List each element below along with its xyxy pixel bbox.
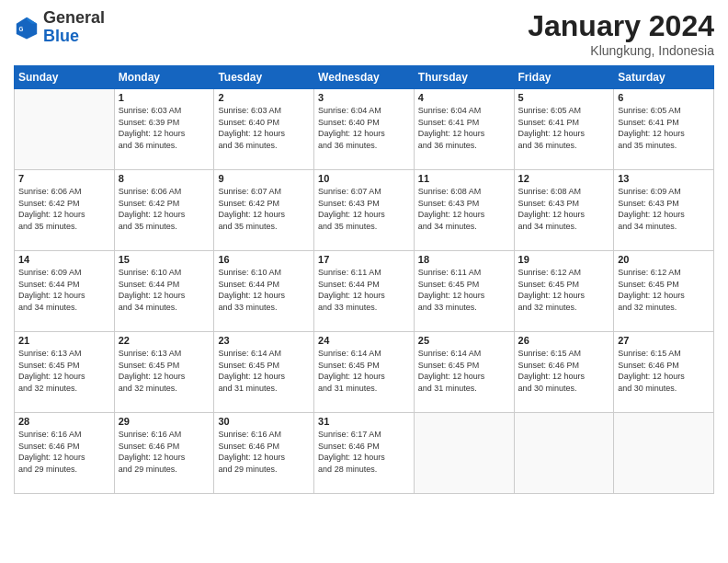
weekday-header-friday: Friday xyxy=(514,66,614,89)
weekday-header-tuesday: Tuesday xyxy=(214,66,314,89)
logo-blue: Blue xyxy=(43,28,105,46)
day-info: Sunrise: 6:17 AMSunset: 6:46 PMDaylight:… xyxy=(318,429,410,475)
calendar-cell: 16Sunrise: 6:10 AMSunset: 6:44 PMDayligh… xyxy=(214,251,314,332)
day-number: 20 xyxy=(618,254,710,265)
day-number: 30 xyxy=(218,416,310,427)
calendar-cell: 5Sunrise: 6:05 AMSunset: 6:41 PMDaylight… xyxy=(514,89,614,170)
day-number: 17 xyxy=(318,254,410,265)
calendar-cell: 31Sunrise: 6:17 AMSunset: 6:46 PMDayligh… xyxy=(314,413,415,494)
calendar-cell: 15Sunrise: 6:10 AMSunset: 6:44 PMDayligh… xyxy=(114,251,214,332)
day-number: 6 xyxy=(618,92,710,103)
day-info: Sunrise: 6:04 AMSunset: 6:41 PMDaylight:… xyxy=(418,105,510,151)
day-number: 31 xyxy=(318,416,410,427)
location: Klungkung, Indonesia xyxy=(528,43,714,58)
day-number: 27 xyxy=(618,335,710,346)
calendar: SundayMondayTuesdayWednesdayThursdayFrid… xyxy=(14,65,714,494)
day-info: Sunrise: 6:15 AMSunset: 6:46 PMDaylight:… xyxy=(518,348,610,394)
calendar-cell: 27Sunrise: 6:15 AMSunset: 6:46 PMDayligh… xyxy=(614,332,714,413)
page: G General Blue January 2024 Klungkung, I… xyxy=(0,0,728,563)
calendar-body: 1Sunrise: 6:03 AMSunset: 6:39 PMDaylight… xyxy=(15,89,714,494)
calendar-cell: 26Sunrise: 6:15 AMSunset: 6:46 PMDayligh… xyxy=(514,332,614,413)
week-row-4: 21Sunrise: 6:13 AMSunset: 6:45 PMDayligh… xyxy=(15,332,714,413)
calendar-cell: 8Sunrise: 6:06 AMSunset: 6:42 PMDaylight… xyxy=(114,170,214,251)
day-number: 14 xyxy=(18,254,110,265)
day-info: Sunrise: 6:14 AMSunset: 6:45 PMDaylight:… xyxy=(218,348,310,394)
calendar-cell: 14Sunrise: 6:09 AMSunset: 6:44 PMDayligh… xyxy=(15,251,115,332)
day-info: Sunrise: 6:12 AMSunset: 6:45 PMDaylight:… xyxy=(518,267,610,313)
day-info: Sunrise: 6:11 AMSunset: 6:45 PMDaylight:… xyxy=(418,267,510,313)
weekday-header-thursday: Thursday xyxy=(414,66,514,89)
logo-general: General xyxy=(43,9,105,28)
day-number: 13 xyxy=(618,173,710,184)
day-number: 8 xyxy=(119,173,210,184)
day-info: Sunrise: 6:16 AMSunset: 6:46 PMDaylight:… xyxy=(218,429,310,475)
day-number: 28 xyxy=(18,416,110,427)
day-info: Sunrise: 6:09 AMSunset: 6:44 PMDaylight:… xyxy=(18,267,110,313)
day-info: Sunrise: 6:07 AMSunset: 6:42 PMDaylight:… xyxy=(218,186,310,232)
calendar-cell xyxy=(15,89,115,170)
weekday-header-saturday: Saturday xyxy=(614,66,714,89)
day-info: Sunrise: 6:11 AMSunset: 6:44 PMDaylight:… xyxy=(318,267,410,313)
calendar-cell: 20Sunrise: 6:12 AMSunset: 6:45 PMDayligh… xyxy=(614,251,714,332)
calendar-cell: 21Sunrise: 6:13 AMSunset: 6:45 PMDayligh… xyxy=(15,332,115,413)
day-info: Sunrise: 6:05 AMSunset: 6:41 PMDaylight:… xyxy=(518,105,610,151)
day-info: Sunrise: 6:03 AMSunset: 6:40 PMDaylight:… xyxy=(218,105,310,151)
day-info: Sunrise: 6:04 AMSunset: 6:40 PMDaylight:… xyxy=(318,105,410,151)
week-row-5: 28Sunrise: 6:16 AMSunset: 6:46 PMDayligh… xyxy=(15,413,714,494)
calendar-cell: 17Sunrise: 6:11 AMSunset: 6:44 PMDayligh… xyxy=(314,251,415,332)
day-number: 3 xyxy=(318,92,410,103)
day-info: Sunrise: 6:06 AMSunset: 6:42 PMDaylight:… xyxy=(119,186,210,232)
day-number: 2 xyxy=(218,92,310,103)
week-row-2: 7Sunrise: 6:06 AMSunset: 6:42 PMDaylight… xyxy=(15,170,714,251)
day-info: Sunrise: 6:10 AMSunset: 6:44 PMDaylight:… xyxy=(218,267,310,313)
day-number: 5 xyxy=(518,92,610,103)
day-number: 19 xyxy=(518,254,610,265)
calendar-cell: 30Sunrise: 6:16 AMSunset: 6:46 PMDayligh… xyxy=(214,413,314,494)
calendar-cell: 1Sunrise: 6:03 AMSunset: 6:39 PMDaylight… xyxy=(114,89,214,170)
week-row-1: 1Sunrise: 6:03 AMSunset: 6:39 PMDaylight… xyxy=(15,89,714,170)
day-info: Sunrise: 6:16 AMSunset: 6:46 PMDaylight:… xyxy=(18,429,110,475)
day-number: 16 xyxy=(218,254,310,265)
day-info: Sunrise: 6:06 AMSunset: 6:42 PMDaylight:… xyxy=(18,186,110,232)
day-info: Sunrise: 6:10 AMSunset: 6:44 PMDaylight:… xyxy=(119,267,210,313)
day-info: Sunrise: 6:08 AMSunset: 6:43 PMDaylight:… xyxy=(518,186,610,232)
day-number: 23 xyxy=(218,335,310,346)
svg-text:G: G xyxy=(19,26,24,32)
calendar-cell: 3Sunrise: 6:04 AMSunset: 6:40 PMDaylight… xyxy=(314,89,415,170)
day-number: 18 xyxy=(418,254,510,265)
calendar-cell: 22Sunrise: 6:13 AMSunset: 6:45 PMDayligh… xyxy=(114,332,214,413)
calendar-cell: 4Sunrise: 6:04 AMSunset: 6:41 PMDaylight… xyxy=(414,89,514,170)
calendar-cell: 6Sunrise: 6:05 AMSunset: 6:41 PMDaylight… xyxy=(614,89,714,170)
day-number: 1 xyxy=(119,92,210,103)
calendar-cell xyxy=(614,413,714,494)
calendar-header: SundayMondayTuesdayWednesdayThursdayFrid… xyxy=(15,66,714,89)
day-number: 24 xyxy=(318,335,410,346)
calendar-cell: 2Sunrise: 6:03 AMSunset: 6:40 PMDaylight… xyxy=(214,89,314,170)
weekday-row: SundayMondayTuesdayWednesdayThursdayFrid… xyxy=(15,66,714,89)
day-info: Sunrise: 6:03 AMSunset: 6:39 PMDaylight:… xyxy=(119,105,210,151)
day-info: Sunrise: 6:05 AMSunset: 6:41 PMDaylight:… xyxy=(618,105,710,151)
logo-icon: G xyxy=(14,15,40,40)
calendar-cell: 24Sunrise: 6:14 AMSunset: 6:45 PMDayligh… xyxy=(314,332,415,413)
header: G General Blue January 2024 Klungkung, I… xyxy=(14,9,714,58)
calendar-cell: 13Sunrise: 6:09 AMSunset: 6:43 PMDayligh… xyxy=(614,170,714,251)
calendar-cell xyxy=(514,413,614,494)
day-number: 15 xyxy=(119,254,210,265)
calendar-cell: 12Sunrise: 6:08 AMSunset: 6:43 PMDayligh… xyxy=(514,170,614,251)
calendar-cell: 10Sunrise: 6:07 AMSunset: 6:43 PMDayligh… xyxy=(314,170,415,251)
month-year: January 2024 xyxy=(528,9,714,43)
day-info: Sunrise: 6:16 AMSunset: 6:46 PMDaylight:… xyxy=(119,429,210,475)
day-info: Sunrise: 6:09 AMSunset: 6:43 PMDaylight:… xyxy=(618,186,710,232)
day-number: 26 xyxy=(518,335,610,346)
day-number: 29 xyxy=(119,416,210,427)
calendar-cell: 23Sunrise: 6:14 AMSunset: 6:45 PMDayligh… xyxy=(214,332,314,413)
logo: G General Blue xyxy=(14,9,105,46)
calendar-cell xyxy=(414,413,514,494)
day-info: Sunrise: 6:14 AMSunset: 6:45 PMDaylight:… xyxy=(318,348,410,394)
day-info: Sunrise: 6:13 AMSunset: 6:45 PMDaylight:… xyxy=(119,348,210,394)
title-block: January 2024 Klungkung, Indonesia xyxy=(528,9,714,58)
calendar-cell: 7Sunrise: 6:06 AMSunset: 6:42 PMDaylight… xyxy=(15,170,115,251)
calendar-cell: 19Sunrise: 6:12 AMSunset: 6:45 PMDayligh… xyxy=(514,251,614,332)
day-info: Sunrise: 6:07 AMSunset: 6:43 PMDaylight:… xyxy=(318,186,410,232)
weekday-header-wednesday: Wednesday xyxy=(314,66,415,89)
